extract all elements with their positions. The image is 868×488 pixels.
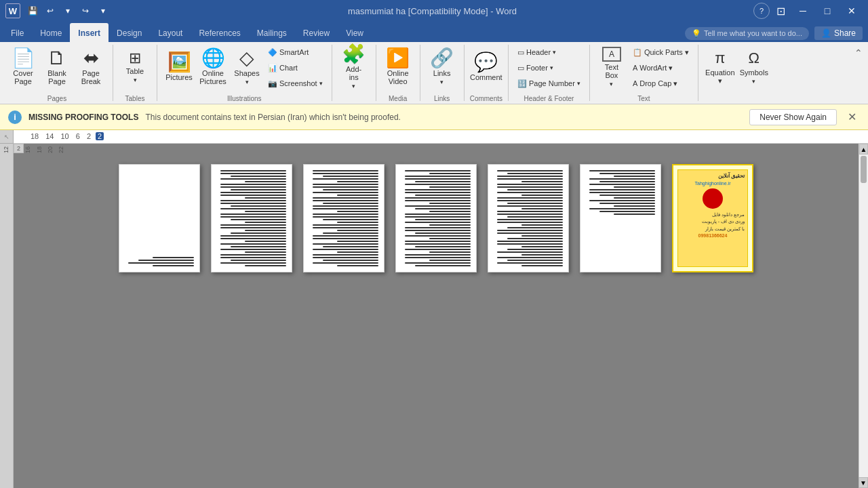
redo-button[interactable]: ↪ [77, 3, 94, 19]
addins-icon: 🧩 [342, 45, 366, 64]
addins-button[interactable]: 🧩 Add-ins ▾ [338, 45, 370, 89]
links-group-label: Links [426, 95, 458, 104]
tab-layout[interactable]: Layout [150, 23, 191, 42]
comment-button[interactable]: 💬 Comment [470, 45, 502, 89]
page-1-thumbnail [119, 164, 200, 272]
equation-button[interactable]: π Equation▾ [704, 45, 736, 89]
ribbon-display-options[interactable]: ⊡ [772, 5, 789, 18]
header-footer-group-label: Header & Footer [514, 95, 584, 104]
ribbon-content: 📄 CoverPage 🗋 BlankPage ⬌ PageBreak Page… [0, 42, 868, 104]
illustrations-group-content: 🖼️ Pictures 🌐 OnlinePictures ◇ Shapes ▾ … [163, 45, 326, 95]
page-number-icon: 🔢 [517, 79, 527, 88]
online-video-button[interactable]: ▶️ OnlineVideo [382, 45, 414, 89]
page-break-icon: ⬌ [83, 49, 99, 68]
header-footer-stack: ▭ Header ▾ ▭ Footer ▾ 🔢 Page Number ▾ [514, 45, 584, 91]
symbols-group-content: π Equation▾ Ω Symbols ▾ [704, 45, 770, 102]
pictures-icon: 🖼️ [167, 53, 191, 72]
links-button[interactable]: 🔗 Links ▾ [426, 45, 458, 89]
ribbon-group-illustrations: 🖼️ Pictures 🌐 OnlinePictures ◇ Shapes ▾ … [159, 42, 330, 104]
text-stack: 📋 Quick Parts ▾ A WordArt ▾ A Drop Cap ▾ [629, 45, 692, 91]
blank-page-button[interactable]: 🗋 BlankPage [41, 45, 73, 89]
document-canvas[interactable]: تحقیق آنلاین Tahghighonline.ir مرجع دانل… [14, 144, 859, 488]
tab-review[interactable]: Review [295, 23, 338, 42]
share-icon: 👤 [821, 28, 831, 38]
ribbon-group-header-footer: ▭ Header ▾ ▭ Footer ▾ 🔢 Page Number ▾ He… [510, 42, 588, 104]
scroll-thumb[interactable] [861, 156, 867, 183]
info-close-button[interactable]: ✕ [844, 109, 860, 125]
shapes-button[interactable]: ◇ Shapes ▾ [231, 45, 263, 89]
ribbon-group-links: 🔗 Links ▾ Links [422, 42, 462, 104]
tab-mailings[interactable]: Mailings [249, 23, 295, 42]
chart-icon: 📊 [268, 64, 277, 73]
page-number-button[interactable]: 🔢 Page Number ▾ [514, 76, 584, 91]
symbols-group-label [704, 102, 770, 104]
symbols-button[interactable]: Ω Symbols ▾ [738, 45, 770, 89]
scroll-up-button[interactable]: ▲ [859, 144, 868, 155]
info-message: This document contains text in Persian (… [145, 113, 400, 122]
shapes-icon: ◇ [239, 49, 254, 68]
footer-button[interactable]: ▭ Footer ▾ [514, 60, 584, 75]
smartart-button[interactable]: 🔷 SmartArt [264, 45, 326, 60]
vertical-ruler: 2 4 6 8 10 12 14 16 18 20 22 [0, 144, 14, 488]
header-footer-group-content: ▭ Header ▾ ▭ Footer ▾ 🔢 Page Number ▾ [514, 45, 584, 95]
pages-row: تحقیق آنلاین Tahghighonline.ir مرجع دانل… [105, 157, 767, 279]
info-title: MISSING PROOFING TOOLS [28, 113, 138, 122]
cover-page-button[interactable]: 📄 CoverPage [7, 45, 39, 89]
drop-cap-button[interactable]: A Drop Cap ▾ [629, 76, 692, 91]
wordart-button[interactable]: A WordArt ▾ [629, 60, 692, 75]
text-box-icon: A [602, 47, 621, 62]
online-video-icon: ▶️ [386, 49, 410, 68]
tab-file[interactable]: File [3, 23, 32, 42]
window-title: masmumiat ha [Compatibility Mode] - Word [111, 6, 753, 16]
screenshot-button[interactable]: 📷 Screenshot ▾ [264, 76, 326, 91]
screenshot-icon: 📷 [268, 79, 277, 88]
media-group-content: ▶️ OnlineVideo [382, 45, 414, 95]
ruler-corner[interactable]: ↖ [0, 130, 14, 144]
addins-group-label [338, 102, 370, 104]
vertical-scrollbar[interactable]: ▲ ▼ [859, 144, 868, 488]
pages-group-content: 📄 CoverPage 🗋 BlankPage ⬌ PageBreak [7, 45, 107, 95]
tab-insert[interactable]: Insert [70, 23, 108, 42]
cover-page-icon: 📄 [12, 49, 35, 68]
undo-dropdown[interactable]: ▾ [60, 3, 76, 19]
never-show-again-button[interactable]: Never Show Again [749, 109, 837, 125]
lightbulb-icon: 💡 [692, 29, 701, 38]
tell-me-input[interactable]: 💡 Tell me what you want to do... [685, 27, 809, 40]
help-icon[interactable]: ? [753, 3, 770, 19]
undo-button[interactable]: ↩ [42, 3, 58, 19]
page-6-thumbnail [580, 164, 661, 272]
header-button[interactable]: ▭ Header ▾ [514, 45, 584, 60]
online-pictures-button[interactable]: 🌐 OnlinePictures [197, 45, 229, 89]
close-button[interactable]: ✕ [841, 0, 863, 22]
customize-qat[interactable]: ▾ [95, 3, 111, 19]
tab-view[interactable]: View [338, 23, 372, 42]
text-group-content: A TextBox ▾ 📋 Quick Parts ▾ A WordArt ▾ … [595, 45, 692, 95]
links-icon: 🔗 [430, 49, 454, 68]
chart-button[interactable]: 📊 Chart [264, 60, 326, 75]
restore-button[interactable]: □ [816, 0, 838, 22]
ribbon-group-tables: ⊞ Table ▾ Tables [115, 42, 155, 104]
text-box-button[interactable]: A TextBox ▾ [595, 45, 628, 89]
tab-references[interactable]: References [191, 23, 248, 42]
ribbon-collapse[interactable]: ⌃ [852, 42, 865, 104]
tab-design[interactable]: Design [108, 23, 150, 42]
minimize-button[interactable]: ─ [792, 0, 814, 22]
smartart-chart-screenshot-stack: 🔷 SmartArt 📊 Chart 📷 Screenshot ▾ [264, 45, 326, 91]
equation-icon: π [715, 49, 725, 67]
quick-access-toolbar: 💾 ↩ ▾ ↪ ▾ [24, 3, 111, 19]
page-break-button[interactable]: ⬌ PageBreak [75, 45, 107, 89]
drop-cap-icon: A [633, 79, 637, 87]
comments-group-content: 💬 Comment [470, 45, 502, 95]
scroll-down-button[interactable]: ▼ [859, 477, 868, 488]
quick-parts-button[interactable]: 📋 Quick Parts ▾ [629, 45, 692, 60]
tables-group-label: Tables [119, 95, 151, 104]
pictures-button[interactable]: 🖼️ Pictures [163, 45, 195, 89]
main-area: 2 4 6 8 10 12 14 16 18 20 22 2 [0, 144, 868, 488]
omega-icon: Ω [749, 49, 760, 67]
table-button[interactable]: ⊞ Table ▾ [119, 45, 151, 89]
smartart-icon: 🔷 [268, 48, 277, 57]
save-button[interactable]: 💾 [24, 3, 41, 19]
illustrations-group-label: Illustrations [163, 95, 326, 104]
share-button[interactable]: 👤 Share [814, 26, 863, 40]
tab-home[interactable]: Home [32, 23, 70, 42]
